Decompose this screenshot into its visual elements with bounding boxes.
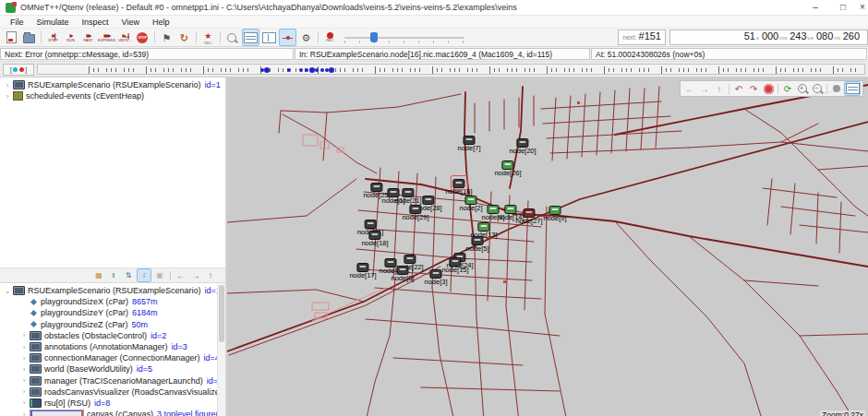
map-node-node-9[interactable]: node[9] [543, 206, 566, 222]
map-node-node-20[interactable]: node[20] [509, 138, 536, 155]
canvas-back-button[interactable]: ← [682, 82, 697, 95]
tree-row[interactable]: ›connectionManager (ConnectionManager)id… [0, 352, 225, 363]
zoom-out-button[interactable]: − [810, 82, 825, 95]
toggle-info-overlay-button[interactable] [844, 81, 861, 96]
close-button[interactable]: × [857, 0, 868, 15]
rebuild-network-button[interactable]: ↻ [176, 30, 192, 45]
map-node-node-3[interactable]: node[3] [424, 269, 447, 286]
tree-expander-icon[interactable]: › [2, 92, 13, 101]
scrollbar-thumb[interactable] [219, 285, 224, 342]
tree-expander-icon[interactable]: › [18, 376, 30, 385]
map-node-node-2[interactable]: node[2] [459, 196, 482, 212]
tree-expander-icon[interactable]: › [18, 410, 30, 416]
history-forward-button[interactable]: → [189, 269, 202, 281]
menu-view[interactable]: View [115, 18, 146, 27]
history-back-button[interactable]: ← [175, 269, 187, 281]
info-mode-button[interactable]: ▣ [153, 269, 166, 281]
canvas-stop-button[interactable] [761, 82, 776, 95]
menu-help[interactable]: Help [146, 18, 176, 27]
find-objects-button[interactable] [224, 30, 240, 45]
map-node-node-0[interactable]: node[0] [391, 266, 414, 282]
stop-button[interactable]: STOP [135, 30, 151, 45]
menu-simulate[interactable]: Simulate [30, 18, 76, 27]
menu-file[interactable]: File [4, 18, 30, 27]
inheritance-mode-button[interactable]: ⇅ [122, 269, 135, 281]
children-mode-button[interactable]: ⁞ [137, 268, 151, 282]
fast-run-button[interactable]: ▸▸FAST [80, 30, 96, 45]
run-until-module-button[interactable]: ↶ [731, 82, 746, 95]
canvas-icon [30, 410, 84, 416]
tree-row[interactable]: ›scheduled-events (cEventHeap) [0, 90, 225, 101]
tree-expander-icon[interactable]: › [2, 81, 13, 89]
timeline-event-dot[interactable] [329, 67, 334, 73]
preferences-button[interactable]: ⚙ [298, 30, 314, 45]
map-node-node-7[interactable]: node[7] [457, 136, 480, 152]
tree-expander-icon[interactable]: › [18, 387, 30, 396]
zoom-in-button[interactable]: + [795, 82, 810, 95]
map-node-node-5[interactable]: node[5] [465, 236, 488, 253]
timeline-event-dot[interactable] [320, 68, 325, 73]
record-events-button[interactable]: ★REC [200, 30, 216, 45]
tree-row[interactable]: ⌄RSUExampleScenario (RSUExampleScenario)… [0, 285, 225, 296]
minimize-button[interactable]: – [802, 0, 829, 15]
network-canvas[interactable]: node[7]node[20]node[26]node[16]node[25]n… [227, 77, 868, 416]
timeline-tick [661, 66, 662, 74]
tree-row[interactable]: playgroundSizeY (cPar)6184m [0, 307, 225, 318]
map-node-node-17[interactable]: node[17] [349, 263, 376, 279]
tree-expander-icon[interactable]: ⌄ [2, 287, 13, 295]
toggle-animation-button[interactable] [279, 29, 296, 46]
slider-handle[interactable] [370, 32, 378, 42]
animation-speed-slider[interactable] [344, 31, 464, 44]
relayout-button[interactable]: ⟳ [780, 82, 795, 95]
grouped-mode-button[interactable]: ▦ [92, 269, 105, 281]
tree-expander-icon[interactable]: › [18, 331, 30, 339]
load-ned-button[interactable] [21, 30, 37, 45]
go-up-button[interactable]: ↑ [204, 269, 217, 281]
tree-row[interactable]: ›roadsCanvasVisualizer (RoadsCanvasVisua… [0, 386, 225, 398]
step-button[interactable]: ▸|STEP [45, 30, 61, 45]
map-node-node-27[interactable]: node[27] [515, 208, 542, 225]
toggle-log-view-button[interactable] [242, 29, 259, 46]
map-node-node-18[interactable]: node[18] [361, 231, 388, 247]
tree-expander-icon[interactable]: › [18, 365, 30, 374]
timeline-event-dot[interactable] [264, 67, 270, 73]
fast-until-module-button[interactable]: ↷ [746, 82, 761, 95]
timeline-event-dot[interactable] [299, 68, 304, 73]
tree-scrollbar[interactable] [217, 283, 225, 416]
run-button[interactable]: ▸RUN [63, 30, 78, 45]
timeline-strip[interactable] [37, 64, 865, 75]
map-node-node-29[interactable]: node[29] [402, 205, 428, 221]
maximize-button[interactable]: □ [829, 0, 857, 15]
canvas-up-button[interactable]: ↑ [712, 82, 727, 95]
run-until-button[interactable]: ▸‥|UNTIL... [117, 30, 133, 45]
toggle-split-view-button[interactable] [261, 30, 277, 45]
timeline-tick [838, 68, 838, 72]
express-run-button[interactable]: ▸▸▸EXPRESS [98, 30, 115, 45]
setup-config-button[interactable] [4, 30, 19, 45]
timeline-tick [705, 68, 706, 72]
menu-inspect[interactable]: Inspect [76, 18, 115, 27]
record-screencast-button[interactable]: REC [322, 30, 338, 45]
tree-row[interactable]: ›manager (TraCIScenarioManagerLaunchd)id… [0, 375, 225, 386]
timeline-event-dot[interactable] [305, 68, 309, 73]
tree-row[interactable]: ›canvas (cCanvas)3 toplevel figure(s) [0, 409, 225, 416]
conclude-simulation-button[interactable]: ⚑ [159, 30, 175, 45]
tree-row[interactable]: ›rsu[0] (RSU)id=8 [0, 398, 225, 409]
tree-row[interactable]: playgroundSizeZ (cPar)50m [0, 319, 225, 330]
tree-expander-icon[interactable]: › [18, 354, 30, 363]
tree-expander-icon[interactable]: › [18, 398, 30, 407]
event-timeline[interactable]: [] [0, 62, 868, 77]
map-node-node-16[interactable]: node[16] [445, 179, 472, 196]
tree-expander-icon[interactable]: › [18, 343, 30, 351]
tree-row[interactable]: playgroundSizeX (cPar)8657m [0, 296, 225, 307]
map-node-node-26[interactable]: node[26] [494, 160, 521, 177]
timeline-event-dot[interactable] [287, 68, 292, 73]
canvas-forward-button[interactable]: → [697, 82, 712, 95]
tree-row[interactable]: ›RSUExampleScenario (RSUExampleScenario)… [0, 79, 225, 90]
flat-mode-button[interactable]: ‖ [107, 269, 120, 281]
tree-row[interactable]: ›obstacles (ObstacleControl)id=2 [0, 330, 225, 341]
tree-item-label: manager (TraCIScenarioManagerLaunchd) [44, 376, 203, 386]
tree-row[interactable]: ›world (BaseWorldUtility)id=5 [0, 363, 225, 374]
canvas-record-button[interactable] [829, 82, 844, 95]
tree-row[interactable]: ›annotations (AnnotationManager)id=3 [0, 341, 225, 352]
